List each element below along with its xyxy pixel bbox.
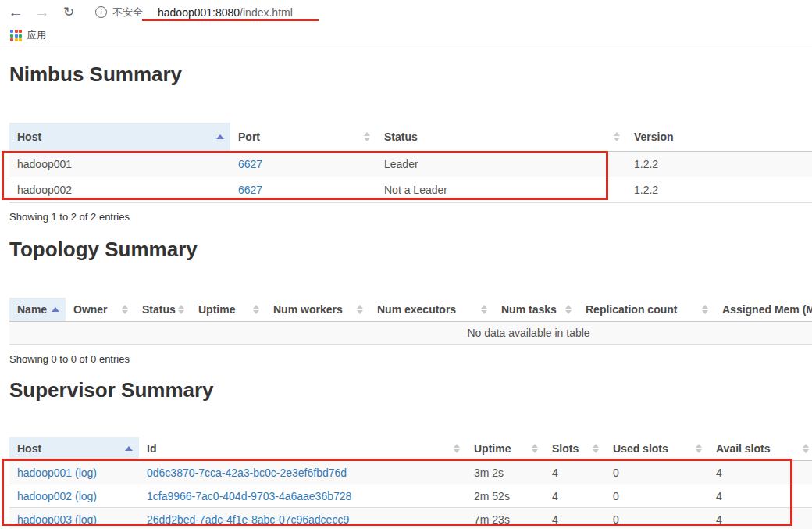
host-link[interactable]: hadoop003 xyxy=(17,513,72,526)
nimbus-row: hadoop002 6627 Not a Leader 1.2.2 xyxy=(9,177,812,203)
col-label: Host xyxy=(17,130,41,143)
cell-used-slots: 0 xyxy=(605,484,708,508)
nimbus-col-status[interactable]: Status xyxy=(376,123,626,152)
sort-icon xyxy=(614,132,620,141)
nimbus-info: Showing 1 to 2 of 2 entries xyxy=(9,211,130,223)
nimbus-col-version[interactable]: Version xyxy=(626,123,812,152)
cell-uptime: 3m 2s xyxy=(466,461,544,484)
url-host: hadoop001:8080 xyxy=(158,6,240,19)
cell-slots: 4 xyxy=(544,461,605,484)
col-label: Host xyxy=(17,442,41,455)
topology-table: Name Owner Status Uptime Num workers Num… xyxy=(9,298,812,345)
log-link[interactable]: (log) xyxy=(75,513,97,526)
host-link[interactable]: hadoop001 xyxy=(17,466,72,479)
log-link[interactable]: (log) xyxy=(75,466,97,479)
nimbus-title: Nimbus Summary xyxy=(9,64,182,84)
topology-col-name[interactable]: Name xyxy=(9,298,66,322)
bookmarks-bar: 应用 xyxy=(0,24,812,47)
nimbus-col-port[interactable]: Port xyxy=(230,123,376,152)
topology-info: Showing 0 to 0 of 0 entries xyxy=(9,353,130,365)
sort-icon xyxy=(593,444,599,453)
col-label: Version xyxy=(634,130,674,143)
sort-icon xyxy=(122,305,128,314)
supervisor-col-slots[interactable]: Slots xyxy=(544,437,605,461)
sort-icon xyxy=(357,305,363,314)
nimbus-table: Host Port Status Version hadoop001 6627 … xyxy=(9,123,812,203)
cell-avail-slots: 4 xyxy=(708,461,812,484)
topology-col-assigned-mem[interactable]: Assigned Mem (MB) xyxy=(714,298,812,322)
supervisor-row: hadoop003 (log) 26dd2bed-7adc-4f1e-8abc-… xyxy=(9,508,812,529)
cell-status: Not a Leader xyxy=(376,177,626,203)
port-link[interactable]: 6627 xyxy=(238,158,262,170)
sort-icon xyxy=(702,305,708,314)
reload-icon[interactable]: ↻ xyxy=(59,5,78,19)
col-label: Name xyxy=(17,303,47,316)
col-label: Replication count xyxy=(586,303,677,316)
cell-avail-slots: 4 xyxy=(708,508,812,529)
cell-uptime: 2m 52s xyxy=(466,484,544,508)
col-label: Num executors xyxy=(377,303,456,316)
col-label: Uptime xyxy=(474,442,511,455)
supervisor-col-uptime[interactable]: Uptime xyxy=(466,437,544,461)
url-text[interactable]: hadoop001:8080/index.html xyxy=(158,6,293,19)
col-label: Used slots xyxy=(613,442,668,455)
sort-icon xyxy=(454,444,460,453)
cell-used-slots: 0 xyxy=(605,461,708,484)
supervisor-col-host[interactable]: Host xyxy=(9,437,139,461)
cell-id: 1cfa9966-7ac0-404d-9703-4a6aae36b728 xyxy=(139,484,466,508)
sort-icon xyxy=(565,305,572,314)
back-icon[interactable]: ← xyxy=(6,5,25,20)
supervisor-table: Host Id Uptime Slots Used slots Avail sl… xyxy=(9,437,812,529)
port-link[interactable]: 6627 xyxy=(238,184,262,196)
sort-asc-icon xyxy=(52,307,59,312)
log-link[interactable]: (log) xyxy=(75,490,97,502)
address-bar[interactable]: i 不安全 hadoop001:8080/index.html xyxy=(95,5,293,20)
cell-host: hadoop002 xyxy=(9,177,230,203)
sort-asc-icon xyxy=(216,134,224,139)
apps-grid-icon[interactable] xyxy=(10,30,22,41)
sort-icon xyxy=(803,444,809,453)
supervisor-id-link[interactable]: 1cfa9966-7ac0-404d-9703-4a6aae36b728 xyxy=(147,490,351,502)
supervisor-col-id[interactable]: Id xyxy=(139,437,466,461)
cell-host: hadoop003 (log) xyxy=(9,508,139,529)
topology-col-replication-count[interactable]: Replication count xyxy=(578,298,714,322)
empty-table-message: No data available in table xyxy=(9,322,812,345)
url-bar-row: ← → ↻ i 不安全 hadoop001:8080/index.html xyxy=(0,0,812,24)
sort-icon xyxy=(481,305,487,314)
topology-col-num-tasks[interactable]: Num tasks xyxy=(493,298,578,322)
topology-title: Topology Summary xyxy=(9,239,198,259)
sort-icon xyxy=(253,305,259,314)
col-label: Status xyxy=(384,130,418,143)
supervisor-row: hadoop001 (log) 0d6c3870-7cca-42a3-bc0c-… xyxy=(9,461,812,484)
sort-icon xyxy=(532,444,538,453)
cell-slots: 4 xyxy=(544,484,605,508)
col-label: Uptime xyxy=(198,303,235,316)
supervisor-id-link[interactable]: 26dd2bed-7adc-4f1e-8abc-07c96adcecc9 xyxy=(147,513,349,526)
supervisor-id-link[interactable]: 0d6c3870-7cca-42a3-bc0c-2e3ef6fbd76d xyxy=(147,466,347,479)
forward-icon[interactable]: → xyxy=(33,5,52,20)
supervisor-col-avail-slots[interactable]: Avail slots xyxy=(708,437,812,461)
sort-icon xyxy=(696,444,702,453)
sort-icon xyxy=(178,305,184,314)
cell-host: hadoop001 (log) xyxy=(9,461,139,484)
supervisor-col-used-slots[interactable]: Used slots xyxy=(605,437,708,461)
topology-col-num-executors[interactable]: Num executors xyxy=(369,298,493,322)
topology-col-status[interactable]: Status xyxy=(134,298,191,322)
url-path: /index.html xyxy=(240,6,293,19)
col-label: Assigned Mem (MB) xyxy=(722,303,812,316)
col-label: Status xyxy=(142,303,176,316)
col-label: Owner xyxy=(73,303,108,316)
col-label: Slots xyxy=(552,442,579,455)
topology-col-owner[interactable]: Owner xyxy=(66,298,134,322)
supervisor-title: Supervisor Summary xyxy=(9,380,214,400)
nimbus-header-row: Host Port Status Version xyxy=(9,123,812,152)
col-label: Num tasks xyxy=(501,303,557,316)
info-icon[interactable]: i xyxy=(95,6,107,18)
host-link[interactable]: hadoop002 xyxy=(17,490,72,502)
nimbus-col-host[interactable]: Host xyxy=(9,123,230,152)
cell-version: 1.2.2 xyxy=(626,152,812,177)
topology-col-num-workers[interactable]: Num workers xyxy=(265,298,369,322)
col-label: Port xyxy=(238,130,260,143)
apps-bookmark-label[interactable]: 应用 xyxy=(27,29,46,42)
topology-col-uptime[interactable]: Uptime xyxy=(191,298,265,322)
